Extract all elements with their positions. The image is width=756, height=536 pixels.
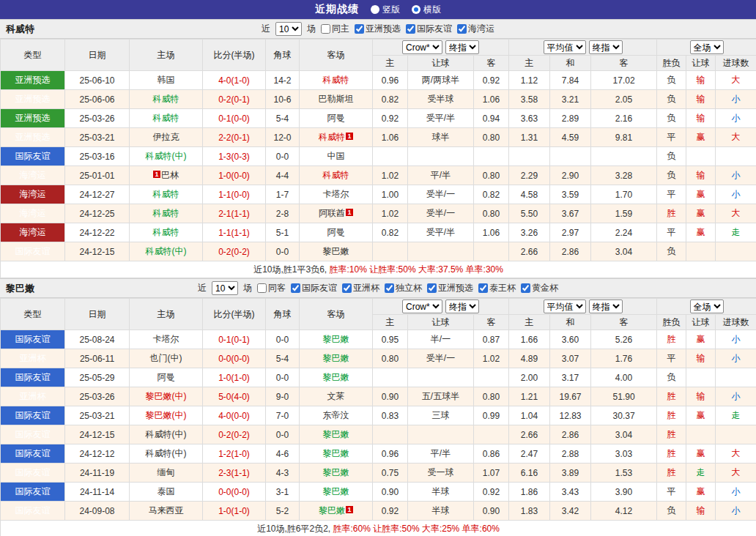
home-team: 马来西亚 — [130, 502, 203, 521]
results-table: 类型日期主场比分(半场)角球客场Crow*终指平均值终指全场主让球客主和客胜负让… — [0, 298, 756, 536]
ah-result-cell: 赢 — [686, 406, 716, 425]
team-text: 泰国 — [158, 486, 175, 496]
league-checkbox[interactable] — [406, 24, 415, 34]
odds-eu-draw: 3.43 — [550, 483, 591, 502]
odds-ah-home: 1.00 — [373, 185, 408, 204]
odds-group-header: Crow*终指 — [373, 299, 509, 315]
league-checkbox[interactable] — [342, 283, 352, 293]
page-title: 近期战绩 — [315, 3, 359, 16]
ah-result-cell: 赢 — [686, 128, 716, 147]
league-filter[interactable]: 亚洲预选 — [427, 282, 473, 294]
score: 5-0(4-0) — [203, 387, 266, 406]
ah-index-type-select[interactable]: 终指 — [445, 299, 479, 313]
odds-ah-home: 1.02 — [373, 166, 408, 185]
ah-index-type-select[interactable]: 终指 — [445, 40, 479, 54]
home-team: 卡塔尔 — [130, 330, 203, 349]
score: 2-3(1-1) — [203, 464, 266, 483]
league-filter[interactable]: 亚洲杯 — [342, 282, 379, 294]
odds-ah-line: 平/半 — [408, 444, 474, 464]
col-type: 类型 — [1, 299, 65, 330]
league-filter[interactable]: 国际友谊 — [291, 282, 337, 294]
match-count-select[interactable]: 10 — [275, 22, 302, 36]
average-odds-select[interactable]: 平均值 — [544, 299, 586, 313]
home-team: 科威特(中) — [130, 425, 203, 444]
corners: 0-0 — [266, 368, 300, 387]
match-date: 24-12-15 — [65, 425, 130, 444]
period-select[interactable]: 全场 — [690, 40, 724, 54]
match-date: 24-09-08 — [65, 502, 130, 521]
eu-index-type-select[interactable]: 终指 — [589, 40, 623, 54]
odds-eu-draw: 3.07 — [550, 349, 591, 368]
league-filter[interactable]: 泰王杯 — [478, 282, 516, 294]
odds-ah-away: 0.87 — [474, 330, 509, 349]
result-cell: 负 — [657, 242, 686, 261]
same-venue-filter[interactable]: 同客 — [257, 282, 286, 294]
league-filter[interactable]: 黄金杯 — [521, 282, 558, 294]
team-text: 伊拉克 — [153, 132, 179, 142]
team-text: 科威特 — [323, 170, 349, 180]
team-filter-bar: 黎巴嫩 近 10 场 同客 国际友谊亚洲杯独立杯亚洲预选泰王杯黄金杯 — [0, 278, 756, 298]
odds-ah-away: 1.02 — [474, 349, 509, 368]
league-filter[interactable]: 海湾运 — [457, 23, 494, 35]
competition-badge: 国际友谊 — [1, 464, 65, 483]
eu-index-type-select[interactable]: 终指 — [589, 299, 623, 313]
league-filter[interactable]: 亚洲预选 — [355, 23, 401, 35]
odds-ah-home: 0.80 — [373, 349, 408, 368]
odds-eu-draw: 19.67 — [550, 387, 591, 406]
layout-option-vertical[interactable]: 竖版 — [371, 4, 400, 16]
league-checkbox[interactable] — [457, 24, 467, 34]
away-team: 科威特1 — [300, 128, 373, 147]
odds-ah-line — [408, 242, 474, 261]
team-text: 科威特 — [153, 94, 179, 104]
match-date: 25-05-29 — [65, 368, 130, 387]
goals-cell: 走 — [716, 406, 756, 425]
league-filter[interactable]: 独立杯 — [385, 282, 422, 294]
league-checkbox[interactable] — [385, 283, 394, 293]
odds-ah-line — [408, 147, 474, 166]
result-cell: 负 — [657, 147, 686, 166]
score: 1-0(1-0) — [203, 368, 266, 387]
league-filter[interactable]: 国际友谊 — [406, 23, 452, 35]
same-venue-checkbox[interactable] — [257, 283, 267, 293]
average-odds-select[interactable]: 平均值 — [544, 40, 586, 54]
corners: 14-2 — [266, 71, 300, 90]
result-cell: 平 — [657, 483, 686, 502]
odds-group-header: Crow*终指 — [373, 40, 509, 56]
result-cell: 负 — [657, 71, 686, 90]
col-away: 客场 — [300, 40, 373, 71]
league-checkbox[interactable] — [427, 283, 437, 293]
home-team: 科威特(中) — [130, 242, 203, 261]
score: 1-0(0-0) — [203, 166, 266, 185]
odds-ah-away: 0.80 — [474, 387, 509, 406]
odds-eu-home: 1.21 — [509, 387, 550, 406]
league-checkbox[interactable] — [355, 24, 364, 34]
team-text: 卡塔尔 — [323, 189, 349, 199]
team-text: 科威特(中) — [146, 151, 187, 161]
result-cell: 胜 — [657, 387, 686, 406]
match-count-select[interactable]: 10 — [212, 281, 238, 295]
team-text: 科威特(中) — [146, 429, 187, 439]
odds-eu-home: 1.04 — [509, 406, 550, 425]
bookmaker-select[interactable]: Crow* — [402, 299, 442, 313]
same-venue-filter[interactable]: 同主 — [321, 23, 349, 35]
odds-eu-home: 5.50 — [509, 204, 550, 223]
league-checkbox[interactable] — [521, 283, 530, 293]
league-checkbox[interactable] — [478, 283, 488, 293]
away-team: 东帝汶 — [300, 406, 373, 425]
bookmaker-select[interactable]: Crow* — [402, 40, 442, 54]
team-text: 韩国 — [158, 75, 175, 85]
radio-vertical-icon[interactable] — [371, 5, 379, 14]
league-checkbox[interactable] — [291, 283, 300, 293]
odds-eu-away: 1.70 — [591, 185, 657, 204]
period-select[interactable]: 全场 — [690, 299, 724, 313]
radio-horizontal-icon[interactable] — [412, 5, 420, 14]
layout-option-horizontal[interactable]: 横版 — [412, 4, 441, 16]
competition-badge: 国际友谊 — [1, 147, 65, 166]
odds-eu-away: 4.00 — [591, 368, 657, 387]
result-cell: 负 — [657, 109, 686, 128]
odds-ah-home: 1.06 — [373, 128, 408, 147]
same-venue-checkbox[interactable] — [321, 24, 330, 34]
odds-eu-home: 2.00 — [509, 368, 550, 387]
ah-result-cell — [686, 242, 716, 261]
score: 0-2(0-2) — [203, 425, 266, 444]
